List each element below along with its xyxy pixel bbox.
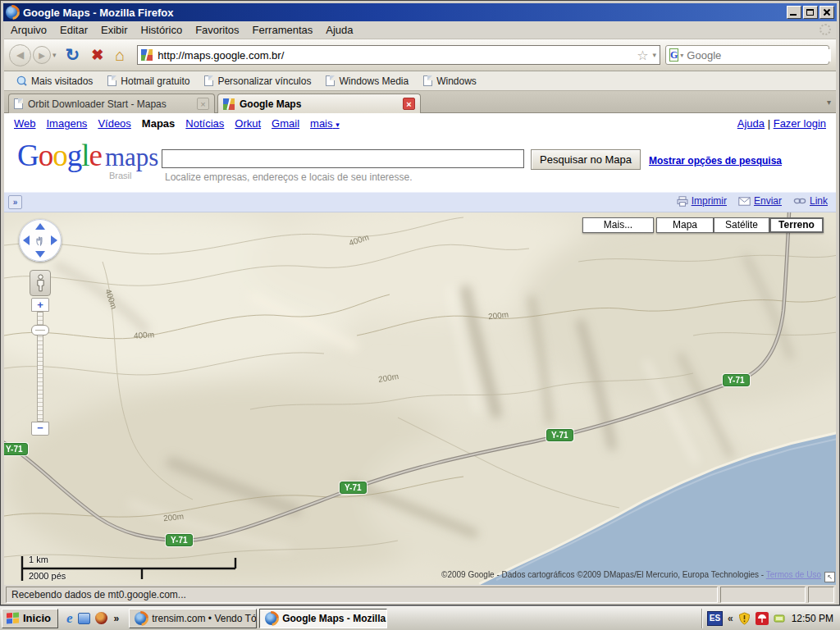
link-gmail[interactable]: Gmail [272, 117, 299, 130]
zoom-in-button[interactable]: + [31, 298, 49, 312]
smart-folder-icon [16, 75, 27, 86]
link-ajuda[interactable]: Ajuda [737, 117, 765, 130]
link-to-map-link[interactable]: Link [793, 195, 828, 207]
hand-icon[interactable] [34, 235, 46, 246]
pegman-icon [35, 274, 46, 292]
tray-collapse-chevron[interactable]: « [728, 613, 733, 624]
link-mapas-current: Mapas [142, 117, 175, 130]
tab-google-maps[interactable]: Google Maps × [217, 94, 421, 113]
map-type-satellite-button[interactable]: Satélite [714, 217, 769, 233]
back-icon: ◀ [16, 49, 24, 61]
map-copyright: ©2009 Google - Dados cartográficos ©2009… [441, 570, 821, 579]
pan-down-icon[interactable] [35, 251, 45, 258]
search-engine-dropdown-icon[interactable]: ▾ [680, 52, 683, 59]
print-link[interactable]: Imprimir [677, 195, 727, 207]
expand-sidebar-button[interactable]: » [8, 195, 22, 209]
link-imagens[interactable]: Imagens [47, 117, 88, 130]
task-button-google-maps[interactable]: Google Maps - Mozilla... [259, 609, 387, 628]
maximize-icon [806, 9, 814, 16]
bookmark-star-icon[interactable]: ☆ [637, 48, 648, 63]
start-button[interactable]: Inicio [2, 609, 58, 628]
scale-bar: 1 km 2000 pés [19, 553, 265, 584]
throbber-icon [819, 24, 831, 35]
contour-label: 400m [134, 330, 155, 340]
tab-close-button[interactable]: × [403, 98, 415, 110]
bookmark-hotmail[interactable]: Hotmail gratuito [100, 75, 197, 87]
pegman-control[interactable] [30, 270, 51, 296]
history-dropdown-button[interactable]: ▾ [52, 51, 57, 59]
pan-left-icon[interactable] [23, 235, 30, 245]
map-corner-button[interactable]: ↖ [824, 572, 835, 582]
pan-control[interactable] [19, 219, 62, 262]
clock[interactable]: 12:50 PM [792, 613, 833, 624]
home-button[interactable]: ⌂ [115, 46, 125, 65]
internet-explorer-icon[interactable]: e [66, 610, 73, 627]
minimize-button[interactable] [787, 6, 801, 19]
envelope-icon [738, 197, 751, 206]
link-noticias[interactable]: Notícias [185, 117, 224, 130]
mail-app-icon[interactable] [78, 613, 90, 624]
pan-up-icon[interactable] [35, 223, 45, 230]
language-indicator[interactable]: ES [707, 611, 723, 626]
menu-editar[interactable]: Editar [53, 22, 94, 38]
search-box[interactable]: G ▾ [665, 45, 829, 65]
map-type-terrain-button[interactable]: Terreno [769, 217, 824, 233]
bookmark-windows-media[interactable]: Windows Media [318, 75, 416, 87]
close-button[interactable] [819, 6, 834, 19]
task-button-trensim[interactable]: trensim.com • Vendo Tóp... [129, 609, 257, 628]
maximize-button[interactable] [803, 6, 818, 19]
link-videos[interactable]: Vídeos [98, 117, 130, 130]
menu-favoritos[interactable]: Favoritos [189, 22, 245, 38]
printer-icon [677, 196, 688, 207]
terms-link[interactable]: Termos de Uso [766, 570, 821, 579]
urlbar-dropdown-icon[interactable]: ▾ [652, 51, 656, 59]
link-fazer-login[interactable]: Fazer login [774, 117, 826, 130]
link-mais[interactable]: mais ▾ [310, 117, 340, 130]
tab-list-dropdown-icon[interactable]: ▾ [827, 98, 831, 107]
quicklaunch-overflow-chevron[interactable]: » [114, 613, 120, 624]
chevron-down-icon: ▾ [336, 121, 340, 129]
bookmark-mais-visitados[interactable]: Mais visitados [9, 75, 100, 87]
menu-ajuda[interactable]: Ajuda [319, 22, 359, 38]
menu-ferramentas[interactable]: Ferramentas [246, 22, 320, 38]
menu-arquivo[interactable]: Arquivo [4, 22, 53, 38]
maps-search-button[interactable]: Pesquisar no Mapa [531, 149, 641, 170]
back-button[interactable]: ◀ [9, 44, 31, 66]
reload-button[interactable]: ↻ [66, 45, 80, 65]
search-engine-icon[interactable]: G [669, 48, 678, 62]
maps-search-input[interactable] [162, 149, 524, 168]
site-favicon [141, 49, 153, 61]
map-viewport[interactable]: 400m 200m 400m 200m 200m 400m Y-71 Y-71 … [4, 212, 836, 585]
urlbar[interactable]: ☆ ▾ [137, 45, 660, 65]
map-more-button[interactable]: Mais... [582, 217, 654, 233]
tab-orbit-downloader[interactable]: Orbit Downloader Start - Mapas × [8, 94, 215, 113]
zoom-slider-handle[interactable] [31, 325, 49, 336]
security-shield-icon[interactable] [738, 612, 751, 625]
pan-right-icon[interactable] [51, 235, 57, 245]
stop-button[interactable]: ✖ [91, 46, 103, 64]
url-input[interactable] [158, 49, 637, 62]
page-icon [204, 75, 213, 86]
link-web[interactable]: Web [14, 117, 36, 130]
avira-umbrella-icon[interactable] [756, 612, 769, 625]
tab-close-button[interactable]: × [197, 98, 209, 110]
web-search-input[interactable] [687, 49, 831, 62]
link-orkut[interactable]: Orkut [235, 117, 261, 130]
minimize-icon [790, 14, 797, 16]
bookmark-personalizar[interactable]: Personalizar vínculos [197, 75, 318, 87]
zoom-out-button[interactable]: − [31, 422, 49, 436]
volume-icon[interactable] [774, 613, 787, 624]
bookmark-windows[interactable]: Windows [416, 75, 484, 87]
search-options-link[interactable]: Mostrar opções de pesquisa [649, 155, 782, 167]
map-type-map-button[interactable]: Mapa [656, 217, 714, 233]
status-panel [720, 587, 806, 603]
account-links: Ajuda | Fazer login [737, 117, 826, 130]
menu-exibir[interactable]: Exibir [94, 22, 135, 38]
menu-historico[interactable]: Histórico [135, 22, 189, 38]
forward-button[interactable]: ▶ [33, 46, 51, 64]
firefox-icon [6, 6, 19, 19]
send-link[interactable]: Enviar [738, 195, 782, 207]
orbit-downloader-icon[interactable] [95, 612, 107, 624]
titlebar: Google Maps - Mozilla Firefox [3, 3, 837, 21]
google-maps-logo: Googlemaps Brasil [17, 138, 163, 184]
